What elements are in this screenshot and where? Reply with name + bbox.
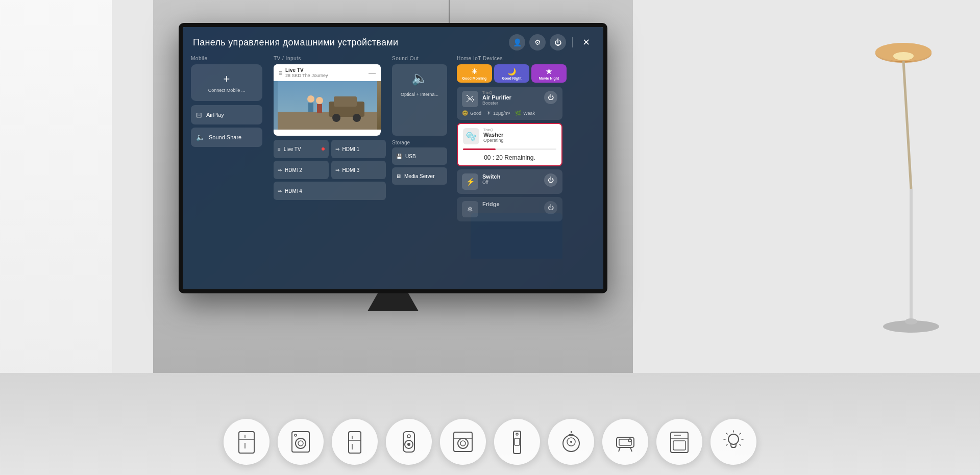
fridge-card: ❄ Fridge ⏻ — [457, 197, 562, 221]
switch-info: ⚡ Switch Off — [462, 173, 500, 190]
usb-storage[interactable]: 💾 USB — [392, 147, 447, 165]
hdmi2-input[interactable]: ⇒ HDMI 2 — [274, 161, 329, 179]
projector-circle[interactable] — [602, 419, 648, 465]
sound-card[interactable]: 🔈 Optical + Interna... — [392, 64, 447, 136]
robot-vacuum-icon — [558, 429, 584, 455]
air-quality-stat: 😊 Good — [462, 110, 481, 116]
hdmi2-icon: ⇒ — [278, 167, 282, 173]
live-tv-card[interactable]: ≡ Live TV 28 SKD The Journey — — [274, 64, 381, 136]
dishwasher-circle[interactable] — [656, 419, 702, 465]
tall-appliance-circle[interactable] — [494, 419, 540, 465]
air-purifier-stats: 😊 Good ☀ 12μg/m³ 🌿 Weak — [462, 110, 557, 116]
svg-line-56 — [726, 433, 727, 434]
washer2-circle[interactable] — [440, 419, 486, 465]
good-night-button[interactable]: 🌙 Good Night — [494, 64, 529, 83]
switch-sub: Off — [482, 180, 500, 185]
air-purifier-power-button[interactable]: ⏻ — [544, 91, 557, 104]
wine-cooler-circle[interactable] — [332, 419, 378, 465]
washer-sub: Operating — [483, 138, 504, 143]
movie-night-label: Movie Night — [539, 77, 559, 80]
svg-rect-38 — [514, 438, 520, 445]
air-purifier-icon-wrap: 🌬 — [462, 91, 478, 107]
tv-frame: Панель управления домашними устройствами… — [179, 23, 607, 293]
dust-icon: ☀ — [486, 110, 491, 116]
svg-point-39 — [516, 433, 518, 435]
washer-icon-wrap: 🫧 — [463, 128, 479, 144]
svg-point-23 — [298, 441, 303, 446]
good-morning-label: Good Morning — [462, 77, 487, 80]
svg-rect-17 — [239, 432, 254, 453]
divider — [572, 37, 573, 47]
washer-circle[interactable] — [278, 419, 324, 465]
media-server-label: Media Server — [404, 173, 434, 179]
washer2-icon — [450, 429, 476, 455]
media-server-storage[interactable]: 🖥 Media Server — [392, 167, 447, 185]
live-tv-info: ≡ Live TV 28 SKD The Journey — [279, 67, 328, 78]
sound-label: Sound Out — [392, 56, 451, 61]
minimize-icon[interactable]: — — [369, 69, 376, 77]
live-tv-text-group: Live TV 28 SKD The Journey — [285, 67, 328, 78]
power-button[interactable]: ⏻ — [550, 34, 566, 51]
live-tv-text: Live TV — [285, 67, 328, 73]
hdmi4-input[interactable]: ⇒ HDMI 4 — [274, 182, 386, 200]
svg-point-11 — [332, 114, 340, 122]
live-tv-input[interactable]: ≡ Live TV — [274, 140, 329, 158]
washer-thinq: ThinQ — [483, 128, 504, 132]
fridge-icon-wrap: ❄ — [462, 201, 478, 217]
lamp-icon — [721, 429, 746, 455]
connect-mobile-button[interactable]: + Connect Mobile ... — [191, 64, 262, 101]
switch-power-button[interactable]: ⏻ — [544, 173, 557, 187]
refrigerator-circle[interactable] — [224, 419, 270, 465]
svg-point-13 — [307, 95, 314, 103]
svg-rect-14 — [308, 103, 313, 112]
soundshare-button[interactable]: 🔈 Sound Share — [191, 128, 262, 147]
time-mode-buttons: ☀ Good Morning 🌙 Good Night ★ Movie Nigh… — [457, 64, 567, 83]
panel-controls: 👤 ⚙ ⏻ ✕ — [509, 34, 593, 51]
robot-vacuum-circle[interactable] — [548, 419, 594, 465]
fridge-icon: ❄ — [467, 205, 473, 213]
good-morning-button[interactable]: ☀ Good Morning — [457, 64, 492, 83]
speaker-bottom-icon — [396, 429, 422, 455]
svg-point-2 — [893, 52, 914, 60]
panel-grid: Mobile + Connect Mobile ... ⊡ AirPlay 🔈 … — [183, 56, 603, 224]
antenna-icon: ≡ — [279, 69, 282, 77]
airplay-button[interactable]: ⊡ AirPlay — [191, 105, 262, 124]
close-button[interactable]: ✕ — [579, 35, 593, 49]
svg-line-61 — [740, 444, 741, 445]
usb-icon: 💾 — [396, 154, 402, 159]
live-tv-input-icon: ≡ — [278, 146, 281, 152]
refrigerator-icon — [234, 429, 259, 455]
movie-night-button[interactable]: ★ Movie Night — [531, 64, 567, 83]
washer-name: Washer — [483, 132, 504, 138]
hdmi1-input[interactable]: ⇒ HDMI 1 — [331, 140, 386, 158]
profile-button[interactable]: 👤 — [509, 34, 525, 51]
air-purifier-name: Air Purifier — [482, 94, 511, 101]
svg-rect-52 — [673, 441, 685, 450]
sound-output-text: Optical + Interna... — [401, 91, 438, 98]
washer-text: ThinQ Washer Operating — [483, 128, 504, 143]
wine-cooler-icon — [342, 429, 368, 455]
input-grid: ≡ Live TV ⇒ HDMI 1 ⇒ HDMI 2 — [274, 140, 386, 200]
speaker-circle[interactable] — [386, 419, 432, 465]
hdmi1-icon: ⇒ — [335, 146, 339, 152]
settings-button[interactable]: ⚙ — [529, 34, 546, 51]
switch-icon: ⚡ — [466, 178, 475, 186]
live-tv-header: ≡ Live TV 28 SKD The Journey — — [274, 64, 381, 81]
good-night-label: Good Night — [502, 77, 521, 80]
svg-line-46 — [619, 447, 620, 452]
svg-point-42 — [570, 441, 572, 443]
svg-line-60 — [726, 444, 727, 445]
media-server-icon: 🖥 — [396, 173, 401, 179]
svg-rect-16 — [317, 104, 322, 113]
fridge-power-button[interactable]: ⏻ — [544, 201, 557, 214]
hdmi3-input[interactable]: ⇒ HDMI 3 — [331, 161, 386, 179]
lamp-circle[interactable] — [710, 419, 756, 465]
svg-point-12 — [353, 114, 361, 122]
dishwasher-icon — [667, 429, 692, 455]
washer-icon: 🫧 — [466, 132, 476, 141]
wind-label: Weak — [523, 111, 535, 116]
floor-lamp — [863, 26, 965, 344]
svg-point-15 — [316, 97, 323, 104]
storage-label: Storage — [392, 140, 451, 145]
tv-inputs-label: TV / Inputs — [274, 56, 386, 61]
